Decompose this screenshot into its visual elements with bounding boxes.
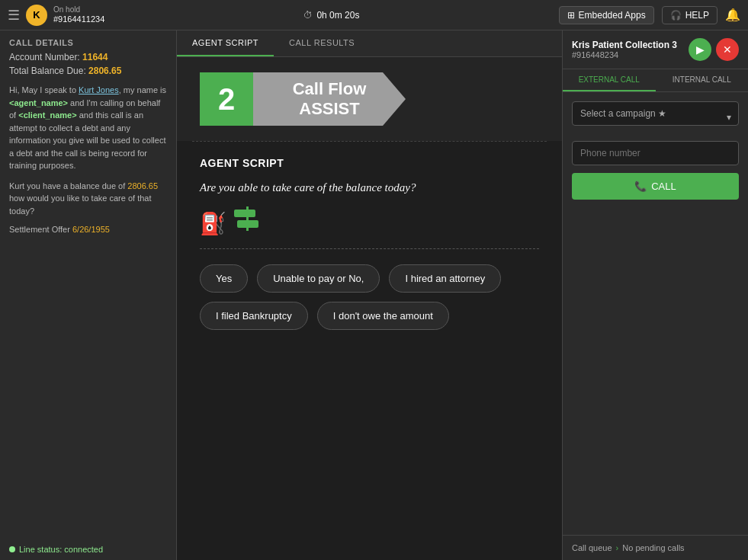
tab-call-results[interactable]: CALL RESULTS bbox=[274, 30, 370, 56]
settlement-label: Settlement Offer bbox=[9, 225, 70, 234]
play-button[interactable]: ▶ bbox=[689, 38, 711, 61]
left-panel: CALL DETAILS Account Number: 11644 Total… bbox=[0, 30, 177, 560]
center-panel: AGENT SCRIPT CALL RESULTS 2 Call Flow AS… bbox=[177, 30, 562, 560]
help-button[interactable]: 🎧 HELP bbox=[662, 6, 718, 24]
tab-agent-script[interactable]: AGENT SCRIPT bbox=[177, 30, 274, 56]
script-intro: Hi, May I speak to bbox=[9, 85, 79, 94]
right-panel: Kris Patient Collection 3 #916448234 ▶ ✕… bbox=[562, 30, 748, 560]
script-client-name: <client_name> bbox=[18, 110, 76, 120]
balance-value: 2806.65 bbox=[88, 66, 121, 76]
tab-external-call[interactable]: EXTERNAL CALL bbox=[563, 69, 656, 91]
contact-number: #916448234 bbox=[572, 50, 677, 59]
tab-internal-call[interactable]: INTERNAL CALL bbox=[656, 69, 749, 91]
answer-dont-owe-button[interactable]: I don't owe the amount bbox=[317, 302, 449, 330]
status-dot-icon bbox=[9, 546, 15, 552]
phone-number-input[interactable] bbox=[572, 141, 739, 165]
agent-script-title: AGENT SCRIPT bbox=[200, 157, 539, 169]
center-tabs: AGENT SCRIPT CALL RESULTS bbox=[177, 30, 562, 57]
logo: K bbox=[26, 5, 47, 26]
main-layout: CALL DETAILS Account Number: 11644 Total… bbox=[0, 30, 748, 560]
call-flow-title-line1: Call Flow bbox=[293, 79, 367, 99]
call-button-label: CALL bbox=[651, 181, 676, 192]
answer-buttons: Yes Unable to pay or No, I hired an atto… bbox=[200, 264, 539, 330]
timer-icon: ⏱ bbox=[303, 10, 313, 21]
on-hold-account: #9164411234 bbox=[53, 14, 104, 24]
headset-icon: 🎧 bbox=[670, 10, 682, 21]
answer-bankruptcy-button[interactable]: I filed Bankruptcy bbox=[200, 302, 308, 330]
call-flow-arrow: Call Flow ASSIST bbox=[253, 72, 406, 126]
embedded-apps-icon: ⊞ bbox=[567, 10, 575, 21]
line-status-text: Line status: connected bbox=[19, 545, 103, 554]
help-label: HELP bbox=[685, 10, 709, 21]
account-number-value: 11644 bbox=[82, 52, 108, 62]
campaign-select[interactable]: Select a campaign ★ bbox=[572, 101, 739, 126]
script-text: Hi, May I speak to Kurt Jones, my name i… bbox=[9, 84, 167, 172]
end-call-button[interactable]: ✕ bbox=[716, 38, 739, 61]
call-controls: ▶ ✕ bbox=[689, 38, 739, 61]
center-content: 2 Call Flow ASSIST AGENT SCRIPT Are you … bbox=[177, 57, 562, 560]
call-details-body: Account Number: 11644 Total Balance Due:… bbox=[0, 52, 176, 539]
contact-name: Kris Patient Collection 3 bbox=[572, 40, 677, 50]
svg-rect-3 bbox=[240, 220, 258, 228]
queue-status: No pending calls bbox=[622, 543, 684, 552]
right-panel-tabs: EXTERNAL CALL INTERNAL CALL bbox=[563, 69, 748, 92]
line-status: Line status: connected bbox=[0, 539, 176, 560]
script-balance-text: Kurt you have a balance due of 2806.65 h… bbox=[9, 180, 167, 218]
step-badge: 2 bbox=[200, 72, 253, 126]
script-part2: , my name is bbox=[119, 85, 166, 94]
embedded-apps-button[interactable]: ⊞ Embedded Apps bbox=[559, 6, 654, 24]
answer-yes-button[interactable]: Yes bbox=[200, 264, 248, 293]
divider-dashed bbox=[200, 248, 539, 249]
script-balance-amount: 2806.65 bbox=[127, 181, 158, 190]
answer-attorney-button[interactable]: I hired an attorney bbox=[389, 264, 501, 293]
call-details-header: CALL DETAILS bbox=[0, 30, 176, 52]
settlement-offer: Settlement Offer 6/26/1955 bbox=[9, 225, 167, 234]
embedded-apps-label: Embedded Apps bbox=[579, 10, 646, 21]
script-name-ref: Kurt bbox=[9, 181, 27, 190]
settlement-date: 6/26/1955 bbox=[72, 225, 110, 234]
script-question: Are you able to take care of the balance… bbox=[200, 181, 539, 194]
right-panel-body: Select a campaign ★ 📞 CALL bbox=[563, 92, 748, 535]
hamburger-icon[interactable]: ☰ bbox=[8, 7, 20, 24]
queue-arrow-icon: › bbox=[616, 543, 619, 552]
timer-text: 0h 0m 20s bbox=[316, 10, 359, 21]
signpost-icon: ⛽ bbox=[200, 206, 539, 236]
balance-label: Total Balance Due: bbox=[9, 66, 86, 76]
script-balance-outro: how would you like to take care of that … bbox=[9, 194, 152, 216]
call-flow-title-line2: ASSIST bbox=[293, 99, 367, 119]
right-panel-header: Kris Patient Collection 3 #916448234 ▶ ✕ bbox=[563, 30, 748, 69]
call-flow-label: Call Flow ASSIST bbox=[293, 79, 367, 120]
account-number-label: Account Number: bbox=[9, 52, 80, 62]
balance-row: Total Balance Due: 2806.65 bbox=[9, 66, 167, 76]
queue-label: Call queue bbox=[572, 543, 612, 552]
call-button[interactable]: 📞 CALL bbox=[572, 173, 739, 200]
agent-script-section: AGENT SCRIPT Are you able to take care o… bbox=[177, 142, 562, 345]
account-number-row: Account Number: 11644 bbox=[9, 52, 167, 62]
svg-rect-1 bbox=[234, 210, 255, 217]
top-bar: ☰ K On hold #9164411234 ⏱ 0h 0m 20s ⊞ Em… bbox=[0, 0, 748, 30]
script-agent-name: <agent_name> bbox=[9, 98, 68, 107]
call-flow-header: 2 Call Flow ASSIST bbox=[177, 57, 562, 141]
top-bar-left: ☰ K On hold #9164411234 bbox=[8, 5, 104, 26]
campaign-select-wrapper: Select a campaign ★ bbox=[572, 101, 739, 133]
script-balance-intro: you have a balance due of bbox=[27, 181, 127, 190]
on-hold-label: On hold bbox=[53, 5, 104, 14]
contact-info: Kris Patient Collection 3 #916448234 bbox=[572, 40, 677, 59]
notification-bell-icon[interactable]: 🔔 bbox=[725, 8, 740, 22]
top-bar-center: ⏱ 0h 0m 20s bbox=[104, 10, 558, 21]
right-panel-footer: Call queue › No pending calls bbox=[563, 535, 748, 560]
top-bar-right: ⊞ Embedded Apps 🎧 HELP 🔔 bbox=[559, 6, 740, 24]
on-hold-info: On hold #9164411234 bbox=[53, 5, 104, 24]
script-contact-name: Kurt Jones bbox=[79, 85, 119, 94]
phone-icon: 📞 bbox=[634, 181, 647, 192]
answer-unable-button[interactable]: Unable to pay or No, bbox=[257, 264, 380, 293]
